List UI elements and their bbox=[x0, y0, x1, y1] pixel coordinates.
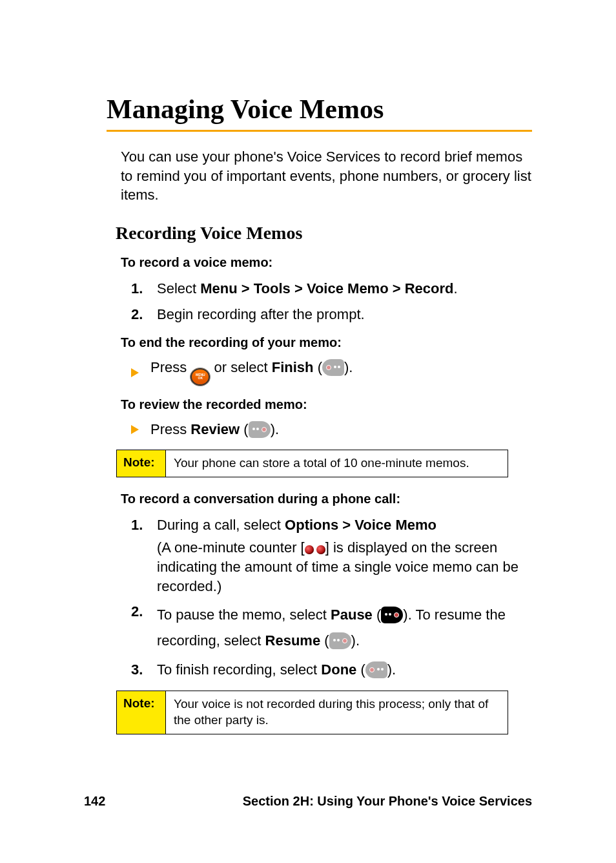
step-text: During a call, select bbox=[157, 517, 285, 533]
counter-icon bbox=[305, 545, 325, 554]
bullet-review-memo: Press Review (). bbox=[131, 421, 532, 438]
step-body: During a call, select Options > Voice Me… bbox=[157, 515, 532, 596]
step-number: 1. bbox=[131, 515, 157, 535]
bullet-bold: Review bbox=[190, 421, 240, 437]
bullet-body: Press or select Finish (). bbox=[150, 359, 353, 386]
step-body: Select Menu > Tools > Voice Memo > Recor… bbox=[157, 279, 532, 298]
bullet-text: Press bbox=[150, 359, 190, 375]
step-bold: Menu > Tools > Voice Memo > Record bbox=[200, 280, 453, 296]
bullet-icon bbox=[131, 368, 139, 377]
lead-end-memo: To end the recording of your memo: bbox=[121, 335, 532, 350]
step-text: . bbox=[453, 280, 457, 296]
step-text: ( bbox=[356, 661, 365, 678]
left-softkey-icon bbox=[322, 359, 344, 376]
step-text: Select bbox=[157, 280, 200, 296]
note-text: Your voice is not recorded during this p… bbox=[166, 691, 508, 733]
page-footer: 142 Section 2H: Using Your Phone's Voice… bbox=[84, 794, 532, 809]
note-box: Note: Your voice is not recorded during … bbox=[116, 691, 508, 734]
step-number: 2. bbox=[131, 305, 157, 324]
step-text: To pause the memo, select bbox=[157, 607, 331, 623]
bullet-bold: Finish bbox=[272, 359, 314, 375]
note-text: Your phone can store a total of 10 one-m… bbox=[166, 450, 508, 477]
page-number: 142 bbox=[84, 794, 105, 809]
list-item: 3. To finish recording, select Done (). bbox=[131, 660, 532, 680]
bullet-text: ). bbox=[344, 359, 353, 375]
steps-record-memo: 1. Select Menu > Tools > Voice Memo > Re… bbox=[131, 279, 532, 324]
lead-record-memo: To record a voice memo: bbox=[121, 255, 532, 270]
lead-record-call: To record a conversation during a phone … bbox=[121, 492, 532, 506]
bullet-end-memo: Press or select Finish (). bbox=[131, 359, 532, 386]
step-body: Begin recording after the prompt. bbox=[157, 305, 532, 324]
sub-text: (A one-minute counter [ bbox=[157, 539, 305, 556]
list-item: 2. Begin recording after the prompt. bbox=[131, 305, 532, 324]
steps-record-call: 1. During a call, select Options > Voice… bbox=[131, 515, 532, 680]
note-label: Note: bbox=[117, 691, 166, 733]
step-number: 1. bbox=[131, 279, 157, 298]
step-body: To pause the memo, select Pause (). To r… bbox=[157, 602, 532, 653]
bullet-text: Press bbox=[150, 421, 190, 437]
bullet-body: Press Review (). bbox=[150, 421, 279, 438]
step-number: 3. bbox=[131, 660, 157, 680]
step-text: ( bbox=[373, 607, 381, 623]
step-bold: Resume bbox=[265, 632, 321, 649]
intro-paragraph: You can use your phone's Voice Services … bbox=[121, 147, 532, 205]
step-body: To finish recording, select Done (). bbox=[157, 660, 532, 680]
page: Managing Voice Memos You can use your ph… bbox=[0, 0, 616, 863]
step-text: ). bbox=[387, 661, 396, 678]
list-item: 1. Select Menu > Tools > Voice Memo > Re… bbox=[131, 279, 532, 298]
lead-review-memo: To review the recorded memo: bbox=[121, 397, 532, 412]
step-text: ). bbox=[351, 632, 360, 649]
section-heading: Recording Voice Memos bbox=[116, 223, 532, 244]
step-substep: (A one-minute counter [] is displayed on… bbox=[157, 538, 532, 596]
bullet-text: ( bbox=[240, 421, 248, 437]
page-title: Managing Voice Memos bbox=[107, 94, 532, 125]
menu-ok-button-icon bbox=[190, 368, 210, 386]
bullet-text: ). bbox=[271, 421, 279, 437]
step-bold: Options > Voice Memo bbox=[285, 517, 436, 533]
left-softkey-icon bbox=[365, 661, 387, 678]
step-text: To finish recording, select bbox=[157, 661, 321, 678]
title-rule bbox=[107, 130, 532, 132]
right-softkey-icon bbox=[249, 421, 271, 438]
bullet-text: ( bbox=[314, 359, 322, 375]
step-number: 2. bbox=[131, 602, 157, 621]
section-label: Section 2H: Using Your Phone's Voice Ser… bbox=[243, 794, 532, 809]
step-text: ( bbox=[320, 632, 329, 649]
bullet-text: or select bbox=[214, 359, 271, 375]
right-softkey-icon bbox=[329, 632, 351, 649]
bullet-icon bbox=[131, 425, 139, 434]
step-bold: Pause bbox=[331, 607, 373, 623]
list-item: 2. To pause the memo, select Pause (). T… bbox=[131, 602, 532, 653]
step-bold: Done bbox=[321, 661, 356, 678]
note-box: Note: Your phone can store a total of 10… bbox=[116, 450, 508, 477]
right-softkey-icon bbox=[381, 607, 403, 623]
list-item: 1. During a call, select Options > Voice… bbox=[131, 515, 532, 596]
note-label: Note: bbox=[117, 450, 166, 477]
